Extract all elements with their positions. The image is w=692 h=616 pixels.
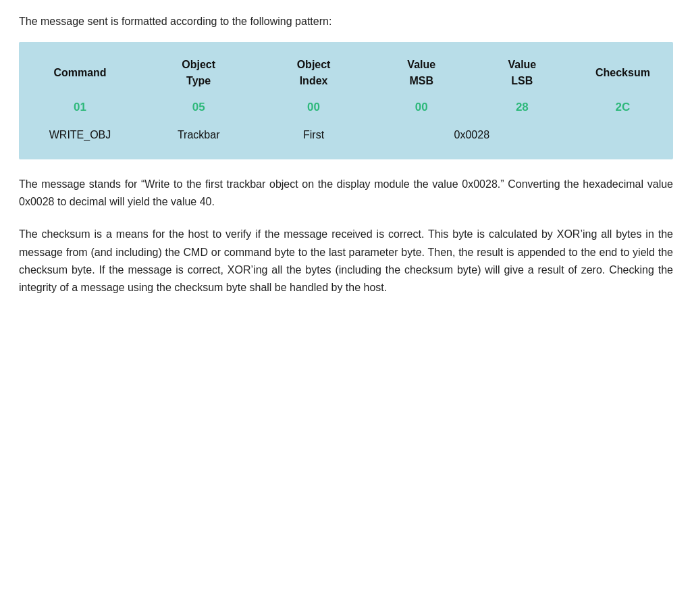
cell-checksum-label <box>573 122 673 149</box>
col-header-object-index: Object Index <box>256 50 371 93</box>
intro-text: The message sent is formatted according … <box>19 14 673 30</box>
table-labels-row: WRITE_OBJ Trackbar First 0x0028 <box>19 122 673 149</box>
cell-object-type-label: Trackbar <box>141 122 256 149</box>
col-header-command: Command <box>19 50 141 93</box>
cell-object-index-value: 00 <box>256 93 371 122</box>
cell-value-msb-value: 00 <box>371 93 472 122</box>
table-header-row: Command Object Type Object Index Value M… <box>19 50 673 93</box>
message-table: Command Object Type Object Index Value M… <box>19 50 673 149</box>
paragraph-1: The message stands for “Write to the fir… <box>19 176 673 211</box>
data-table-container: Command Object Type Object Index Value M… <box>19 42 673 159</box>
table-values-row: 01 05 00 00 28 2C <box>19 93 673 122</box>
cell-value-label: 0x0028 <box>371 122 573 149</box>
col-header-checksum: Checksum <box>573 50 673 93</box>
cell-object-index-label: First <box>256 122 371 149</box>
col-header-value-lsb: Value LSB <box>472 50 573 93</box>
col-header-value-msb: Value MSB <box>371 50 472 93</box>
paragraph-2: The checksum is a means for the host to … <box>19 226 673 297</box>
cell-value-lsb-value: 28 <box>472 93 573 122</box>
cell-command-value: 01 <box>19 93 141 122</box>
cell-checksum-value: 2C <box>573 93 673 122</box>
col-header-object-type: Object Type <box>141 50 256 93</box>
cell-command-label: WRITE_OBJ <box>19 122 141 149</box>
cell-object-type-value: 05 <box>141 93 256 122</box>
